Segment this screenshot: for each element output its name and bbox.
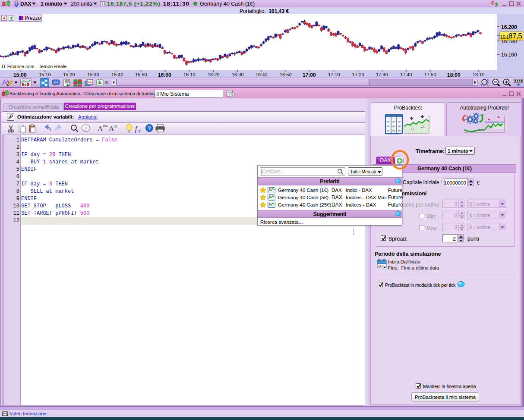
svg-text:?: ? <box>231 93 233 97</box>
svg-text:A: A <box>98 125 103 133</box>
svg-text:A: A <box>109 125 114 133</box>
svg-text:x: x <box>138 129 141 133</box>
svg-text:f: f <box>135 125 138 133</box>
svg-text:?: ? <box>148 125 151 132</box>
